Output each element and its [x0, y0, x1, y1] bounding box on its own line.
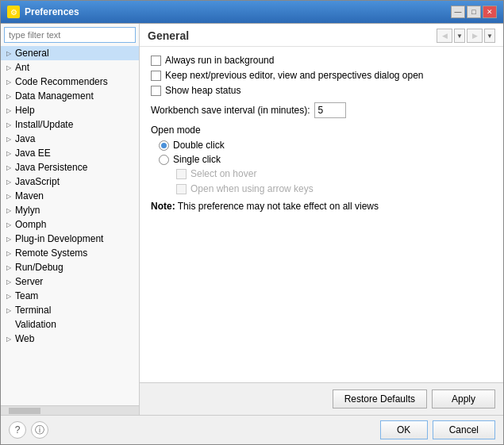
checkbox-row-keep-next: Keep next/previous editor, view and pers… — [151, 70, 492, 81]
tree-item[interactable]: ▷Ant — [1, 60, 139, 75]
sub-options: Select on hover Open when using arrow ke… — [176, 168, 492, 194]
right-header: General ◀ ▼ ▶ ▼ — [140, 24, 503, 47]
tree-arrow-icon: ▷ — [4, 163, 13, 172]
cancel-button[interactable]: Cancel — [433, 420, 495, 439]
tree-item-label: Run/Debug — [15, 262, 63, 273]
minimize-button[interactable]: — — [451, 6, 465, 18]
workbench-save-input[interactable] — [314, 102, 346, 118]
tree-arrow-icon: ▷ — [4, 248, 13, 258]
maximize-button[interactable]: □ — [467, 6, 481, 18]
close-button[interactable]: ✕ — [483, 6, 497, 18]
tree-arrow-icon: ▷ — [4, 234, 13, 244]
nav-forward-button[interactable]: ▶ — [467, 29, 483, 43]
checkbox-select-hover[interactable] — [176, 169, 187, 179]
checkbox-open-arrow[interactable] — [176, 184, 187, 194]
nav-back-dropdown[interactable]: ▼ — [454, 29, 465, 43]
ok-button[interactable]: OK — [380, 420, 428, 439]
tree-item[interactable]: ▷Java — [1, 132, 139, 146]
tree-arrow-icon: ▷ — [4, 220, 13, 229]
tree-arrow-icon: ▷ — [4, 48, 13, 58]
tree-item[interactable]: ▷Web — [1, 332, 139, 346]
tree-item[interactable]: ▷Remote Systems — [1, 246, 139, 260]
scroll-thumb — [9, 408, 40, 414]
info-icon[interactable]: ⓘ — [31, 421, 48, 439]
workbench-save-row: Workbench save interval (in minutes): — [151, 102, 492, 118]
checkbox-row-show-heap: Show heap status — [151, 85, 492, 96]
tree-item[interactable]: ▷Install/Update — [1, 117, 139, 132]
tree-item-label: Web — [15, 333, 34, 344]
checkbox-keep-next[interactable] — [151, 71, 161, 81]
tree-item-label: Help — [15, 105, 35, 116]
tree-item[interactable]: ▷Team — [1, 289, 139, 303]
right-panel-title: General — [148, 29, 189, 42]
left-panel-inner: ▷General▷Ant▷Code Recommenders▷Data Mana… — [1, 46, 139, 405]
apply-button[interactable]: Apply — [432, 389, 495, 409]
tree-item[interactable]: ▷Java Persistence — [1, 160, 139, 175]
nav-back-button[interactable]: ◀ — [437, 29, 452, 43]
tree-item[interactable]: ▷Server — [1, 274, 139, 289]
tree-item[interactable]: ▷Oomph — [1, 217, 139, 232]
tree-item-label: Data Management — [15, 90, 94, 102]
tree-arrow-icon: ▷ — [4, 77, 13, 86]
left-panel: ▷General▷Ant▷Code Recommenders▷Data Mana… — [1, 24, 140, 415]
content-area: ▷General▷Ant▷Code Recommenders▷Data Mana… — [1, 23, 503, 415]
nav-forward-dropdown[interactable]: ▼ — [484, 29, 495, 43]
tree-arrow-icon: ▷ — [4, 148, 13, 158]
checkbox-always-bg[interactable] — [151, 56, 161, 66]
checkbox-row-always-bg: Always run in background — [151, 55, 492, 66]
help-icon[interactable]: ? — [9, 421, 26, 439]
tree-item[interactable]: ▷General — [1, 46, 139, 60]
dialog-bottom: ? ⓘ OK Cancel — [1, 415, 503, 444]
radio-label-single-click: Single click — [173, 154, 221, 165]
checkbox-row-select-hover: Select on hover — [176, 168, 492, 179]
note-label: Note: — [151, 201, 175, 212]
radio-single-click[interactable] — [159, 155, 169, 165]
workbench-save-label: Workbench save interval (in minutes): — [151, 105, 310, 116]
tree-item-label: Java — [15, 133, 35, 144]
tree-item-label: Remote Systems — [15, 247, 87, 259]
tree-item-label: Ant — [15, 62, 29, 73]
restore-defaults-button[interactable]: Restore Defaults — [333, 389, 427, 409]
tree-arrow-icon: ▷ — [4, 305, 13, 315]
tree-arrow-icon: ▷ — [4, 91, 13, 101]
tree-item[interactable]: ▷Java EE — [1, 146, 139, 160]
tree-arrow-icon: ▷ — [4, 291, 13, 301]
tree-item[interactable]: ▷Terminal — [1, 303, 139, 317]
tree-item[interactable]: Validation — [1, 317, 139, 332]
tree-arrow-icon — [4, 320, 13, 329]
tree-item-label: Java EE — [15, 148, 51, 159]
tree-arrow-icon: ▷ — [4, 205, 13, 215]
checkbox-label-always-bg: Always run in background — [165, 55, 274, 66]
tree-item[interactable]: ▷Plug-in Development — [1, 232, 139, 246]
tree-arrow-icon: ▷ — [4, 134, 13, 144]
tree-item-label: Plug-in Development — [15, 233, 103, 244]
tree-item[interactable]: ▷Code Recommenders — [1, 75, 139, 89]
tree-item[interactable]: ▷JavaScript — [1, 175, 139, 189]
nav-buttons: ◀ ▼ ▶ ▼ — [437, 29, 495, 43]
bottom-left-icons: ? ⓘ — [9, 421, 48, 439]
open-mode-label: Open mode — [151, 125, 492, 136]
tree-item[interactable]: ▷Mylyn — [1, 203, 139, 217]
tree-item-label: Java Persistence — [15, 162, 87, 173]
tree-arrow-icon: ▷ — [4, 63, 13, 72]
checkbox-show-heap[interactable] — [151, 86, 161, 96]
tree-item-label: Mylyn — [15, 205, 40, 216]
tree-container[interactable]: ▷General▷Ant▷Code Recommenders▷Data Mana… — [1, 46, 139, 405]
tree-arrow-icon: ▷ — [4, 334, 13, 343]
tree-arrow-icon: ▷ — [4, 263, 13, 272]
filter-input[interactable] — [4, 27, 136, 43]
title-bar-buttons: — □ ✕ — [451, 6, 497, 18]
radio-label-double-click: Double click — [173, 140, 225, 151]
note-row: Note: This preference may not take effec… — [151, 201, 492, 212]
bottom-scrollbar[interactable] — [1, 405, 139, 415]
radio-double-click[interactable] — [159, 140, 169, 151]
radio-row-double-click: Double click — [159, 140, 492, 151]
tree-item[interactable]: ▷Data Management — [1, 89, 139, 103]
tree-arrow-icon: ▷ — [4, 120, 13, 129]
tree-arrow-icon: ▷ — [4, 191, 13, 201]
tree-item[interactable]: ▷Run/Debug — [1, 260, 139, 274]
tree-item[interactable]: ▷Maven — [1, 189, 139, 203]
tree-item-label: Maven — [15, 190, 44, 201]
tree-item-label: Validation — [15, 319, 56, 330]
tree-item[interactable]: ▷Help — [1, 103, 139, 117]
